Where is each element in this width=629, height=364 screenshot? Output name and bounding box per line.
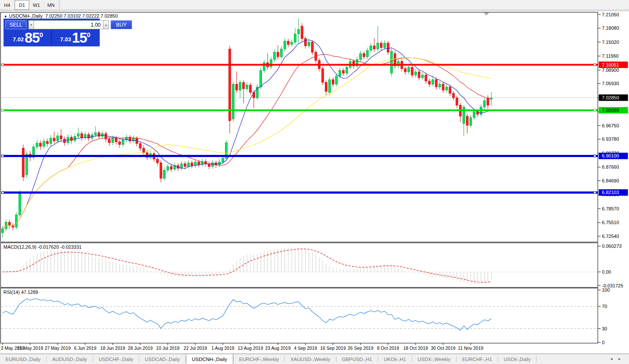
timeframe-button-w1[interactable]: W1 [29, 0, 44, 10]
chart-symbol-header: ▲USDCNH-,Daily 7.02250 7.03102 7.02222 7… [4, 13, 118, 19]
svg-text:6.90100: 6.90100 [602, 153, 619, 158]
svg-text:100: 100 [602, 287, 610, 293]
svg-text:6.72540: 6.72540 [602, 234, 619, 239]
buy-price-sup: 0 [87, 31, 90, 38]
svg-text:7.08900: 7.08900 [602, 68, 619, 73]
svg-text:0: 0 [602, 340, 604, 345]
svg-text:6.84690: 6.84690 [602, 178, 619, 183]
svg-text:6.78570: 6.78570 [602, 206, 619, 211]
svg-text:7.10051: 7.10051 [602, 62, 619, 68]
timeframe-button-mn[interactable]: MN [44, 0, 59, 10]
svg-text:18 Jun 2019: 18 Jun 2019 [100, 345, 125, 351]
svg-text:11 Nov 2019: 11 Nov 2019 [458, 345, 484, 351]
svg-text:7.15020: 7.15020 [602, 40, 619, 45]
chart-tab-eurchf-h1[interactable]: EURCHF-,H1 [456, 354, 498, 364]
svg-text:8 Oct 2019: 8 Oct 2019 [377, 345, 399, 351]
svg-text:7.11960: 7.11960 [602, 53, 619, 59]
timeframe-button-h4[interactable]: H4 [0, 0, 15, 10]
buy-price-display[interactable]: 7.03150 [52, 31, 98, 45]
buy-price-small: 7.03 [60, 36, 71, 43]
rsi-indicator-label: RSI(14) 47.1289 [3, 290, 38, 295]
svg-text:6.75510: 6.75510 [602, 220, 619, 225]
chart-tab-ukoil-h1[interactable]: UKOil-,H1 [378, 354, 412, 364]
svg-text:23 Aug 2019: 23 Aug 2019 [265, 345, 291, 351]
svg-text:30: 30 [602, 326, 607, 331]
chart-tab-usdx-weekly[interactable]: USDX-,Weekly [412, 354, 456, 364]
volume-stepper: ▼ ▲ [28, 20, 109, 29]
chart-canvas[interactable]: 7.210507.180807.150207.119607.089007.059… [0, 0, 629, 364]
chart-tab-usoil-daily[interactable]: USOil-,Daily [498, 354, 536, 364]
sell-price-display[interactable]: 7.02850 [5, 31, 51, 45]
chart-tab-usdcnh-daily[interactable]: USDCNH-,Daily [186, 354, 233, 364]
svg-text:0.00: 0.00 [602, 269, 611, 275]
trade-panel-divider [51, 31, 52, 45]
ohlc-quotes: 7.02250 7.03102 7.02222 7.02850 [45, 13, 117, 19]
tab-scroll-right-icon[interactable]: ► [618, 357, 621, 361]
toolbar-separator [59, 1, 60, 9]
macd-indicator-label: MACD(12,26,9) -0.017620 -0.023331 [3, 244, 82, 250]
svg-text:18 Oct 2019: 18 Oct 2019 [403, 345, 428, 351]
svg-text:15 May 2019: 15 May 2019 [17, 345, 43, 351]
volume-input[interactable] [34, 20, 103, 29]
svg-text:0.060273: 0.060273 [602, 244, 622, 249]
chart-tab-usdcad-daily[interactable]: USDCAD-,Daily [139, 354, 185, 364]
mt4-window: { "toolbar": { "timeframes": [ {"label":… [0, 0, 629, 364]
sell-price-big: 85 [25, 31, 40, 44]
svg-text:6.93780: 6.93780 [602, 136, 619, 142]
svg-text:30 Oct 2019: 30 Oct 2019 [431, 345, 455, 351]
top-toolbar: H4D1W1MN [0, 0, 629, 10]
svg-text:6.82103: 6.82103 [602, 190, 619, 195]
svg-text:7.18080: 7.18080 [602, 25, 619, 31]
svg-text:7.21050: 7.21050 [602, 12, 619, 17]
chart-tab-usdchf-daily[interactable]: USDCHF-,Daily [93, 354, 139, 364]
sell-price-small: 7.02 [13, 36, 24, 43]
one-click-trade-panel: SELL ▼ ▲ BUY 7.02850 7.03150 [3, 19, 100, 46]
svg-text:70: 70 [602, 304, 607, 309]
tab-scroll-left-icon[interactable]: ◄ [610, 357, 613, 361]
svg-text:7.00089: 7.00089 [602, 108, 619, 113]
chart-tab-bar: EURUSD-,DailyAUDUSD-,DailyUSDCHF-,DailyU… [0, 354, 629, 364]
chart-tab-eurusd-daily[interactable]: EURUSD-,Daily [0, 354, 46, 364]
svg-text:6 Jun 2019: 6 Jun 2019 [74, 345, 96, 351]
sell-button[interactable]: SELL [5, 20, 27, 29]
collapse-panel-icon[interactable]: ▲ [4, 14, 7, 18]
svg-text:6.96750: 6.96750 [602, 123, 619, 128]
svg-text:26 Sep 2019: 26 Sep 2019 [348, 345, 373, 351]
timeframe-buttons: H4D1W1MN [0, 0, 59, 10]
svg-text:4 Sep 2019: 4 Sep 2019 [294, 345, 317, 351]
svg-text:28 Jun 2019: 28 Jun 2019 [128, 345, 153, 351]
svg-text:13 Aug 2019: 13 Aug 2019 [238, 345, 263, 351]
svg-text:22 Jul 2019: 22 Jul 2019 [184, 345, 207, 351]
buy-button[interactable]: BUY [111, 20, 132, 29]
svg-text:10 Jul 2019: 10 Jul 2019 [156, 345, 179, 351]
symbol-name: USDCNH-,Daily [9, 13, 43, 19]
volume-down-icon[interactable]: ▼ [28, 20, 34, 29]
timeframe-button-d1[interactable]: D1 [15, 0, 29, 10]
tab-separator [536, 356, 536, 362]
svg-text:7.05930: 7.05930 [602, 81, 619, 86]
chart-tab-eurchf-weekly[interactable]: EURCHF-,Weekly [234, 354, 284, 364]
sell-price-sup: 0 [40, 31, 43, 38]
svg-text:6.87660: 6.87660 [602, 164, 619, 170]
chart-tab-gbpusd-h1[interactable]: GBPUSD-,H1 [336, 354, 378, 364]
chart-tab-audusd-daily[interactable]: AUDUSD-,Daily [46, 354, 92, 364]
svg-text:27 May 2019: 27 May 2019 [45, 345, 71, 351]
svg-text:1 Aug 2019: 1 Aug 2019 [211, 345, 234, 351]
volume-up-icon[interactable]: ▲ [103, 20, 109, 29]
svg-text:7.02850: 7.02850 [602, 95, 619, 100]
svg-text:16 Sep 2019: 16 Sep 2019 [320, 345, 346, 351]
chart-tab-xauusd-weekly[interactable]: XAUUSD-,Weekly [285, 354, 336, 364]
buy-price-big: 15 [72, 31, 87, 44]
